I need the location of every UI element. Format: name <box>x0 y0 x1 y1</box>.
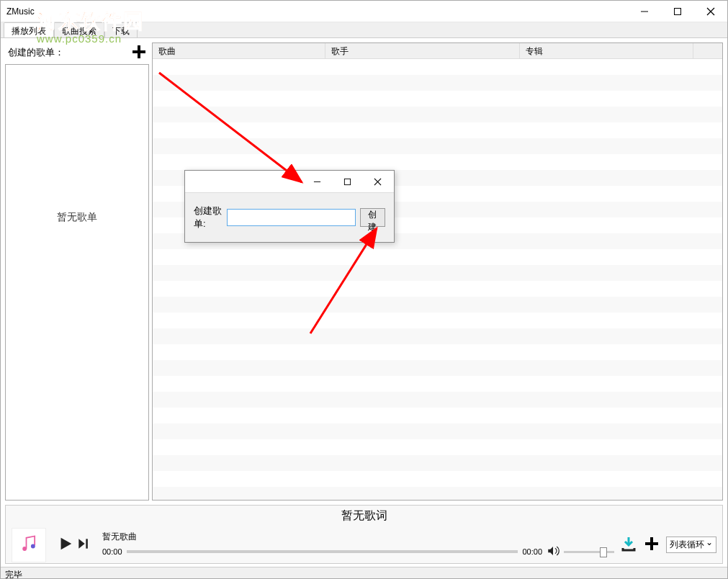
player-controls: 暂无歌曲 00:00 00:00 列表循环 <box>6 526 722 563</box>
lyrics-display: 暂无歌词 <box>6 506 722 526</box>
dialog-body: 创建歌单: 创建 <box>185 192 394 242</box>
song-table: 歌曲 歌手 专辑 <box>152 42 723 501</box>
dialog-close-button[interactable] <box>362 171 392 192</box>
svg-marker-8 <box>61 538 72 550</box>
dialog-title-bar <box>185 171 394 192</box>
create-playlist-dialog: 创建歌单: 创建 <box>184 170 395 243</box>
svg-rect-14 <box>344 179 350 184</box>
menu-bar: 播放列表 歌曲搜索 下载 <box>1 22 727 38</box>
svg-marker-9 <box>78 539 84 548</box>
tab-download[interactable]: 下载 <box>104 22 138 37</box>
create-playlist-button[interactable] <box>129 42 149 63</box>
column-extra <box>693 43 722 58</box>
close-button[interactable] <box>694 1 727 22</box>
volume-icon[interactable] <box>547 544 560 560</box>
download-button[interactable] <box>620 535 637 555</box>
next-button[interactable] <box>76 537 91 553</box>
table-body[interactable] <box>153 59 722 500</box>
dialog-label: 创建歌单: <box>194 205 223 230</box>
column-artist[interactable]: 歌手 <box>325 43 520 58</box>
sidebar-header-label: 创建的歌单： <box>8 46 64 59</box>
tab-playlist[interactable]: 播放列表 <box>4 22 54 37</box>
svg-rect-10 <box>86 539 88 548</box>
content-area: 创建的歌单： 暂无歌单 歌曲 歌手 专辑 <box>1 38 727 505</box>
music-note-icon <box>19 534 39 556</box>
sidebar: 创建的歌单： 暂无歌单 <box>5 42 149 501</box>
minimize-button[interactable] <box>628 1 661 22</box>
playlist-name-input[interactable] <box>227 209 356 226</box>
progress-row: 00:00 00:00 <box>102 544 614 560</box>
tab-search[interactable]: 歌曲搜索 <box>54 22 104 37</box>
dialog-maximize-button[interactable] <box>332 171 362 192</box>
column-song[interactable]: 歌曲 <box>153 43 325 58</box>
svg-rect-1 <box>675 8 681 14</box>
status-text: 完毕 <box>5 570 22 579</box>
column-album[interactable]: 专辑 <box>520 43 693 58</box>
svg-point-6 <box>22 547 27 551</box>
add-button[interactable] <box>643 535 660 555</box>
window-title: ZMusic <box>6 6 35 17</box>
title-bar: ZMusic <box>1 1 727 22</box>
track-area: 暂无歌曲 00:00 00:00 <box>102 531 614 560</box>
time-total: 00:00 <box>522 547 542 556</box>
loop-mode-select[interactable]: 列表循环 <box>666 537 716 553</box>
play-button[interactable] <box>58 536 73 554</box>
album-art <box>12 528 46 562</box>
maximize-button[interactable] <box>661 1 694 22</box>
volume-slider[interactable] <box>564 544 614 559</box>
right-controls: 列表循环 <box>620 535 716 555</box>
playback-buttons <box>58 536 91 554</box>
progress-bar[interactable] <box>127 550 518 553</box>
player-bar: 暂无歌词 暂无歌曲 00:00 00:00 <box>5 505 723 564</box>
dialog-create-button[interactable]: 创建 <box>360 208 385 227</box>
sidebar-header: 创建的歌单： <box>5 42 149 63</box>
playlist-empty-text: 暂无歌单 <box>57 211 97 224</box>
window-controls <box>628 1 727 22</box>
loop-mode-label: 列表循环 <box>670 539 704 549</box>
time-current: 00:00 <box>102 547 122 556</box>
playlist-list: 暂无歌单 <box>5 64 149 501</box>
plus-icon <box>130 43 148 63</box>
table-header: 歌曲 歌手 专辑 <box>153 43 722 59</box>
dialog-minimize-button[interactable] <box>302 171 332 192</box>
track-title: 暂无歌曲 <box>102 531 614 543</box>
status-bar: 完毕 <box>1 567 727 579</box>
svg-point-7 <box>31 544 35 549</box>
